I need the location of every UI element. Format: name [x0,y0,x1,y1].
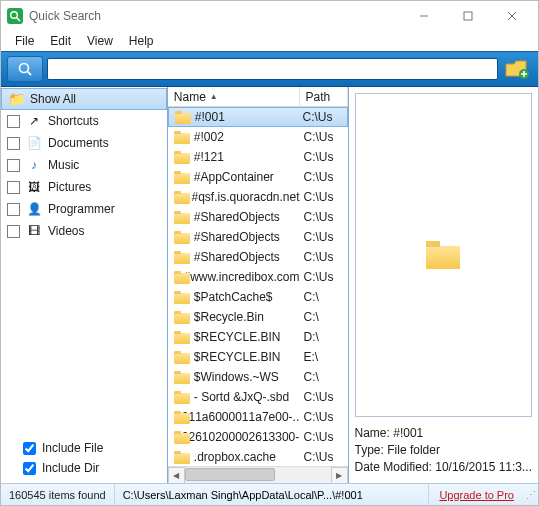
add-folder-button[interactable] [502,56,532,82]
resize-grip[interactable]: ⋰ [524,491,538,499]
file-name: #SharedObjects [194,210,280,224]
sidebar-item-pictures[interactable]: 🖼 Pictures [1,176,167,198]
shortcut-icon: ↗ [26,113,42,129]
table-row[interactable]: #!121C:\Us [168,147,348,167]
file-path: C:\Us [299,110,347,124]
table-row[interactable]: $RECYCLE.BINE:\ [168,347,348,367]
checkbox-icon[interactable] [7,181,20,194]
folder-icon [426,241,460,269]
upgrade-link[interactable]: Upgrade to Pro [429,489,524,501]
sidebar-list: Show All ↗ Shortcuts 📄 Documents ♪ Music… [1,87,167,435]
sidebar-item-show-all[interactable]: Show All [1,88,167,110]
file-name: -02610200002613300-... [178,430,300,444]
table-row[interactable]: $PatchCache$C:\ [168,287,348,307]
table-row[interactable]: - Sortd &JxQ-.sbdC:\Us [168,387,348,407]
file-list-pane: Name ▲ Path #!001C:\Us#!002C:\Us#!121C:\… [168,87,349,483]
sidebar-item-label: Pictures [48,180,91,194]
programmer-icon: 👤 [26,201,42,217]
file-name: #SharedObjects [194,250,280,264]
include-file-label: Include File [42,441,103,455]
list-body[interactable]: #!001C:\Us#!002C:\Us#!121C:\Us#AppContai… [168,107,348,466]
preview-pane: Name: #!001 Type: File folder Date Modif… [349,87,538,483]
table-row[interactable]: #AppContainerC:\Us [168,167,348,187]
document-icon: 📄 [26,135,42,151]
folder-icon [174,191,188,204]
folder-icon [174,291,190,304]
table-row[interactable]: $RECYCLE.BIND:\ [168,327,348,347]
file-name: $Windows.~WS [194,370,279,384]
scroll-right-button[interactable]: ▶ [331,467,348,484]
checkbox-icon[interactable] [7,137,20,150]
table-row[interactable]: #www.incredibox.comC:\Us [168,267,348,287]
menu-help[interactable]: Help [121,32,162,50]
file-name: #www.incredibox.com [183,270,299,284]
folder-tree-icon [8,91,24,107]
file-name: -011a6000011a7e00-... [178,410,300,424]
sidebar-item-label: Programmer [48,202,115,216]
music-icon: ♪ [26,157,42,173]
sidebar-item-label: Shortcuts [48,114,99,128]
menu-file[interactable]: File [7,32,42,50]
sidebar-item-documents[interactable]: 📄 Documents [1,132,167,154]
file-name: #!121 [194,150,224,164]
checkbox-icon[interactable] [7,159,20,172]
main-content: Show All ↗ Shortcuts 📄 Documents ♪ Music… [1,87,538,483]
maximize-button[interactable] [446,2,490,30]
list-header: Name ▲ Path [168,87,348,107]
table-row[interactable]: #!001C:\Us [168,107,348,127]
include-file-input[interactable] [23,442,36,455]
include-dir-checkbox[interactable]: Include Dir [23,461,159,475]
file-name: #!002 [194,130,224,144]
sidebar-footer: Include File Include Dir [1,435,167,483]
menu-view[interactable]: View [79,32,121,50]
file-path: C:\Us [300,210,348,224]
column-label: Path [306,90,331,104]
table-row[interactable]: -011a6000011a7e00-...C:\Us [168,407,348,427]
table-row[interactable]: $Recycle.BinC:\ [168,307,348,327]
table-row[interactable]: -02610200002613300-...C:\Us [168,427,348,447]
column-header-path[interactable]: Path [300,87,348,106]
sidebar-item-music[interactable]: ♪ Music [1,154,167,176]
close-button[interactable] [490,2,534,30]
search-input[interactable] [47,58,498,80]
search-button[interactable] [7,56,43,82]
horizontal-scrollbar[interactable]: ◀ ▶ [168,466,348,483]
sort-asc-icon: ▲ [210,92,218,101]
sidebar-item-label: Documents [48,136,109,150]
sidebar-item-videos[interactable]: 🎞 Videos [1,220,167,242]
table-row[interactable]: #SharedObjectsC:\Us [168,227,348,247]
include-dir-label: Include Dir [42,461,99,475]
preview-date: Date Modified: 10/16/2015 11:3... [355,460,532,474]
checkbox-icon[interactable] [7,203,20,216]
sidebar-item-shortcuts[interactable]: ↗ Shortcuts [1,110,167,132]
folder-icon [175,111,191,124]
table-row[interactable]: .dropbox.cacheC:\Us [168,447,348,466]
menu-edit[interactable]: Edit [42,32,79,50]
table-row[interactable]: #SharedObjectsC:\Us [168,247,348,267]
scroll-thumb[interactable] [185,468,275,481]
include-file-checkbox[interactable]: Include File [23,441,159,455]
folder-icon [174,451,190,464]
scroll-left-button[interactable]: ◀ [168,467,185,484]
file-name: - Sortd &JxQ-.sbd [194,390,289,404]
file-name: #SharedObjects [194,230,280,244]
folder-icon [174,351,190,364]
minimize-button[interactable] [402,2,446,30]
folder-icon [174,131,190,144]
svg-point-7 [20,64,29,73]
table-row[interactable]: #!002C:\Us [168,127,348,147]
file-name: $RECYCLE.BIN [194,350,281,364]
checkbox-icon[interactable] [7,115,20,128]
include-dir-input[interactable] [23,462,36,475]
sidebar-item-label: Music [48,158,79,172]
column-label: Name [174,90,206,104]
table-row[interactable]: #SharedObjectsC:\Us [168,207,348,227]
column-header-name[interactable]: Name ▲ [168,87,300,106]
table-row[interactable]: #qsf.is.quoracdn.netC:\Us [168,187,348,207]
scroll-track[interactable] [185,467,331,484]
checkbox-icon[interactable] [7,225,20,238]
folder-icon [174,151,190,164]
title-bar: Quick Search [1,1,538,31]
sidebar-item-programmer[interactable]: 👤 Programmer [1,198,167,220]
table-row[interactable]: $Windows.~WSC:\ [168,367,348,387]
